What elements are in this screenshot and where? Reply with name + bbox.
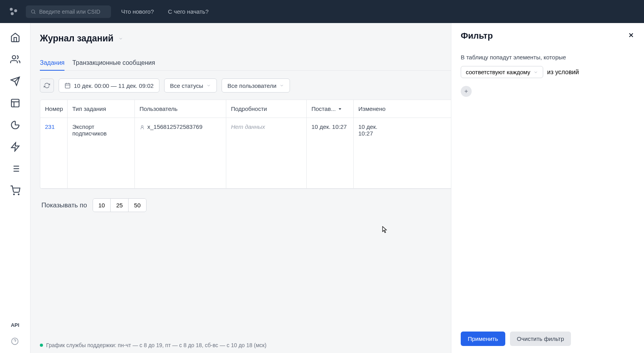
filter-title: Фильтр bbox=[461, 31, 493, 41]
svg-marker-11 bbox=[11, 143, 19, 151]
tab-transactional[interactable]: Транзакционные сообщения bbox=[72, 55, 155, 70]
svg-point-5 bbox=[12, 55, 16, 59]
status-dot-icon bbox=[40, 344, 43, 347]
list-icon[interactable] bbox=[10, 164, 20, 174]
date-range-label: 10 дек. 00:00 — 11 дек. 09:02 bbox=[74, 82, 154, 89]
svg-marker-27 bbox=[339, 108, 342, 110]
svg-point-0 bbox=[10, 8, 13, 11]
status-filter-button[interactable]: Все статусы bbox=[164, 78, 217, 93]
match-mode-label: соответствуют каждому bbox=[466, 69, 530, 75]
task-details-cell: Нет данных bbox=[231, 123, 265, 130]
svg-point-3 bbox=[31, 10, 34, 13]
chevron-down-icon bbox=[533, 70, 538, 75]
sort-desc-icon bbox=[338, 107, 342, 111]
pag-opt-50[interactable]: 50 bbox=[129, 199, 146, 212]
tab-tasks[interactable]: Задания bbox=[40, 55, 64, 70]
cart-icon[interactable] bbox=[10, 185, 20, 196]
user-filter-label: Все пользователи bbox=[227, 82, 276, 89]
search-input[interactable] bbox=[39, 9, 106, 15]
th-posted[interactable]: Постав... bbox=[307, 100, 354, 118]
task-user-cell: x_156812572583769 bbox=[147, 123, 202, 130]
chevron-down-icon[interactable] bbox=[118, 36, 123, 41]
filter-description: В таблицу попадут элементы, которые bbox=[461, 53, 635, 62]
svg-line-4 bbox=[34, 12, 36, 14]
home-icon[interactable] bbox=[10, 32, 20, 43]
support-footer: График службы поддержки: пн-чт — с 8 до … bbox=[40, 342, 267, 348]
match-mode-select[interactable]: соответствуют каждому bbox=[461, 66, 543, 78]
pag-opt-25[interactable]: 25 bbox=[111, 199, 129, 212]
th-posted-label: Постав... bbox=[311, 105, 336, 112]
users-icon[interactable] bbox=[10, 54, 20, 64]
pag-opt-10[interactable]: 10 bbox=[93, 199, 111, 212]
user-filter-button[interactable]: Все пользователи bbox=[222, 78, 290, 93]
th-user[interactable]: Пользователь bbox=[135, 100, 226, 118]
pagination-label: Показывать по bbox=[41, 201, 87, 209]
calendar-icon bbox=[64, 82, 71, 89]
th-details[interactable]: Подробности bbox=[226, 100, 307, 118]
svg-point-28 bbox=[141, 125, 143, 127]
filter-panel: Фильтр В таблицу попадут элементы, котор… bbox=[451, 23, 644, 353]
add-condition-button[interactable]: + bbox=[461, 86, 472, 97]
bolt-icon[interactable] bbox=[10, 142, 20, 152]
svg-point-19 bbox=[18, 194, 19, 195]
cursor-icon bbox=[382, 226, 388, 233]
topbar: Что нового? С чего начать? bbox=[0, 0, 644, 23]
plus-icon: + bbox=[464, 88, 468, 95]
th-changed[interactable]: Изменено bbox=[354, 100, 395, 118]
apply-button[interactable]: Применить bbox=[461, 332, 505, 346]
task-type-cell: Экспорт подписчиков bbox=[68, 118, 135, 188]
task-changed-cell: 10 дек. 10:27 bbox=[354, 118, 395, 188]
nav-get-started[interactable]: С чего начать? bbox=[164, 5, 213, 18]
nav-whats-new[interactable]: Что нового? bbox=[117, 5, 158, 18]
filter-suffix: из условий bbox=[547, 69, 579, 76]
svg-rect-22 bbox=[65, 84, 70, 88]
svg-rect-8 bbox=[11, 99, 19, 107]
status-filter-label: Все статусы bbox=[170, 82, 203, 89]
chevron-down-icon bbox=[279, 83, 284, 88]
user-icon bbox=[140, 125, 145, 130]
send-icon[interactable] bbox=[10, 76, 20, 86]
close-icon bbox=[628, 32, 635, 39]
th-number[interactable]: Номер bbox=[40, 100, 68, 118]
svg-point-18 bbox=[13, 194, 14, 195]
refresh-icon bbox=[44, 82, 50, 89]
task-posted-cell: 10 дек. 10:27 bbox=[307, 118, 354, 188]
api-link[interactable]: API bbox=[11, 322, 20, 328]
clear-filter-button[interactable]: Очистить фильтр bbox=[510, 332, 571, 346]
svg-point-1 bbox=[14, 9, 17, 12]
help-icon[interactable] bbox=[11, 337, 19, 345]
logo-icon bbox=[8, 6, 20, 18]
support-text: График службы поддержки: пн-чт — с 8 до … bbox=[46, 342, 267, 348]
search-box[interactable] bbox=[26, 5, 111, 18]
layout-icon[interactable] bbox=[10, 98, 20, 108]
date-range-button[interactable]: 10 дек. 00:00 — 11 дек. 09:02 bbox=[59, 78, 159, 93]
close-button[interactable] bbox=[628, 31, 635, 41]
svg-point-2 bbox=[11, 12, 14, 15]
page-title-text: Журнал заданий bbox=[40, 33, 114, 44]
refresh-button[interactable] bbox=[40, 78, 54, 93]
task-number-link[interactable]: 231 bbox=[45, 123, 55, 130]
chevron-down-icon bbox=[206, 83, 211, 88]
sidebar: API bbox=[0, 23, 30, 353]
chart-icon[interactable] bbox=[10, 120, 20, 130]
search-icon bbox=[30, 9, 36, 15]
th-type[interactable]: Тип задания bbox=[68, 100, 135, 118]
